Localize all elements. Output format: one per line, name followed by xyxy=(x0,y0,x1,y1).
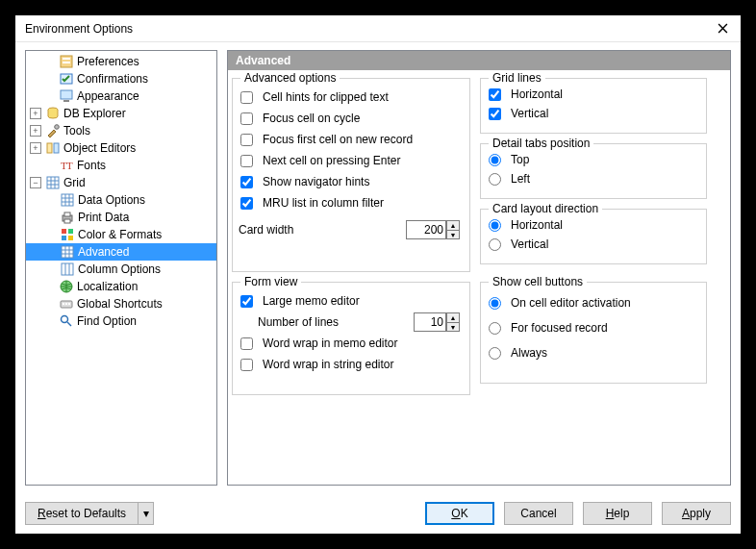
reset-dropdown-toggle[interactable]: ▾ xyxy=(139,502,154,525)
radio-tabs-left[interactable] xyxy=(489,173,501,186)
preferences-icon xyxy=(59,54,74,69)
tree-item-label: Preferences xyxy=(77,53,145,70)
tree-item-tools[interactable]: + Tools xyxy=(26,122,216,139)
svg-rect-21 xyxy=(62,246,73,258)
svg-rect-17 xyxy=(62,229,66,234)
expand-toggle[interactable]: + xyxy=(30,108,41,119)
spin-down[interactable]: ▼ xyxy=(446,230,460,239)
radio-tabs-top[interactable] xyxy=(489,154,501,166)
tree-item-print-data[interactable]: Print Data xyxy=(26,209,216,226)
tree-item-db-explorer[interactable]: + DB Explorer xyxy=(26,105,216,122)
svg-rect-16 xyxy=(64,219,70,223)
db-explorer-icon xyxy=(45,106,61,121)
checkbox-cell-hints[interactable] xyxy=(240,91,253,104)
advanced-icon xyxy=(60,244,75,260)
svg-rect-1 xyxy=(63,58,70,60)
tree-item-confirmations[interactable]: Confirmations xyxy=(26,70,216,87)
reset-to-defaults-split-button[interactable]: Reset to Defaults ▾ xyxy=(25,502,154,525)
svg-rect-2 xyxy=(63,62,70,63)
group-form-view: Form view Large memo editor Number of li… xyxy=(232,282,470,395)
svg-rect-27 xyxy=(68,303,70,305)
color-formats-icon xyxy=(60,227,75,242)
dialog-footer: Reset to Defaults ▾ OK Cancel Help Apply xyxy=(15,493,741,534)
group-grid-lines: Grid lines Horizontal Vertical xyxy=(480,78,707,134)
radio-card-vertical[interactable] xyxy=(489,238,501,251)
tree-item-color-formats[interactable]: Color & Formats xyxy=(26,226,216,243)
radio-cell-activation[interactable] xyxy=(489,297,501,310)
svg-rect-26 xyxy=(65,303,67,305)
print-data-icon xyxy=(60,210,75,225)
radio-card-horizontal[interactable] xyxy=(489,219,501,232)
tree-item-appearance[interactable]: Appearance xyxy=(26,87,216,105)
checkbox-large-memo[interactable] xyxy=(240,295,253,308)
svg-point-28 xyxy=(62,316,68,323)
svg-rect-15 xyxy=(64,212,70,216)
titlebar: Environment Options xyxy=(15,15,741,42)
tree-item-preferences[interactable]: Preferences xyxy=(26,53,216,70)
data-options-icon xyxy=(60,192,75,208)
tree-item-data-options[interactable]: Data Options xyxy=(26,191,216,209)
spin-up[interactable]: ▲ xyxy=(446,220,460,230)
checkbox-focus-first[interactable] xyxy=(240,134,253,146)
checkbox-wrap-string[interactable] xyxy=(240,359,253,371)
spin-up[interactable]: ▲ xyxy=(446,312,460,322)
svg-point-7 xyxy=(55,125,60,130)
checkbox-grid-vertical[interactable] xyxy=(489,108,501,120)
expand-toggle[interactable]: + xyxy=(30,142,41,154)
svg-rect-25 xyxy=(63,303,64,305)
svg-rect-9 xyxy=(54,143,59,153)
svg-rect-4 xyxy=(61,90,72,99)
svg-rect-19 xyxy=(62,236,66,240)
global-shortcuts-icon xyxy=(59,296,74,312)
radio-cell-focused[interactable] xyxy=(489,322,501,335)
collapse-toggle[interactable]: − xyxy=(30,177,41,188)
tree-item-advanced[interactable]: Advanced xyxy=(26,243,216,261)
tree-item-object-editors[interactable]: + Object Editors xyxy=(26,139,216,157)
card-width-input[interactable] xyxy=(406,220,446,239)
column-options-icon xyxy=(60,262,75,277)
tree-item-grid[interactable]: − Grid xyxy=(26,174,216,191)
group-card-layout: Card layout direction Horizontal Vertica… xyxy=(480,209,707,264)
tree-item-find-option[interactable]: Find Option xyxy=(26,312,216,330)
radio-cell-always[interactable] xyxy=(489,347,501,360)
expand-toggle[interactable]: + xyxy=(30,125,41,137)
svg-rect-8 xyxy=(47,143,52,153)
checkbox-mru-list[interactable] xyxy=(240,197,253,210)
group-show-cell-buttons: Show cell buttons On cell editor activat… xyxy=(480,282,707,384)
panel-header: Advanced xyxy=(228,51,730,70)
checkbox-grid-horizontal[interactable] xyxy=(489,88,501,101)
tree-item-column-options[interactable]: Column Options xyxy=(26,261,216,278)
card-width-label: Card width xyxy=(239,223,293,237)
tree-item-fonts[interactable]: TT Fonts xyxy=(26,157,216,174)
grid-icon xyxy=(45,175,61,190)
close-button[interactable] xyxy=(710,19,735,38)
group-advanced-options: Advanced options Cell hints for clipped … xyxy=(232,78,470,272)
svg-rect-22 xyxy=(62,263,73,275)
svg-rect-12 xyxy=(47,177,59,188)
appearance-icon xyxy=(59,88,74,104)
ok-button[interactable]: OK xyxy=(425,502,494,525)
checkbox-show-navigator[interactable] xyxy=(240,176,253,188)
checkbox-next-enter[interactable] xyxy=(240,155,253,167)
cancel-button[interactable]: Cancel xyxy=(504,502,573,525)
tree-item-localization[interactable]: Localization xyxy=(26,278,216,295)
localization-icon xyxy=(59,279,74,294)
confirmations-icon xyxy=(59,71,74,87)
object-editors-icon xyxy=(45,140,61,156)
apply-button[interactable]: Apply xyxy=(662,502,731,525)
svg-rect-18 xyxy=(68,229,73,234)
group-detail-tabs: Detail tabs position Top Left xyxy=(480,143,707,199)
checkbox-wrap-memo[interactable] xyxy=(240,337,253,350)
tree-item-global-shortcuts[interactable]: Global Shortcuts xyxy=(26,295,216,312)
svg-text:T: T xyxy=(66,160,73,171)
environment-options-dialog: Environment Options Preferences Co xyxy=(14,14,742,535)
close-icon xyxy=(718,23,728,34)
svg-rect-5 xyxy=(63,100,69,102)
nav-tree[interactable]: Preferences Confirmations Appearance + xyxy=(25,50,217,486)
help-button[interactable]: Help xyxy=(583,502,652,525)
checkbox-focus-cycle[interactable] xyxy=(240,112,253,125)
num-lines-input[interactable] xyxy=(414,312,446,332)
group-legend: Advanced options xyxy=(240,71,340,85)
spin-down[interactable]: ▼ xyxy=(446,322,460,332)
svg-rect-20 xyxy=(68,236,73,240)
